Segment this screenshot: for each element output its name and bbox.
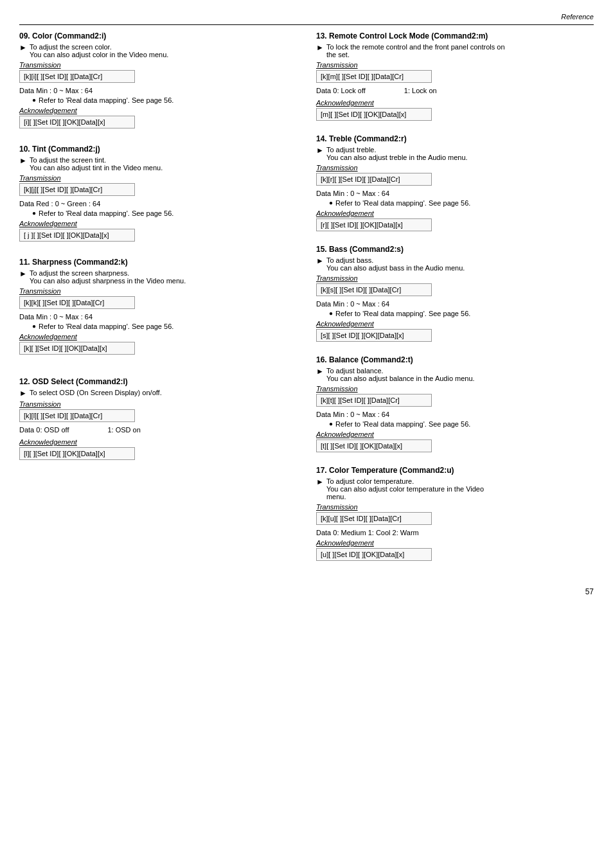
section-16-title: 16. Balance (Command2:t) — [316, 355, 594, 364]
ack-code-14: [r][ ][Set ID][ ][OK][Data][x] — [316, 218, 432, 231]
section-15-desc: ► To adjust bass. You can also adjust ba… — [316, 256, 594, 272]
data-row-17: Data 0: Medium 1: Cool 2: Warm — [316, 529, 594, 536]
ack-code-09: [i][ ][Set ID][ ][OK][Data][x] — [19, 116, 135, 128]
section-15-title: 15. Bass (Command2:s) — [316, 245, 594, 254]
ack-code-11: [k][ ][Set ID][ ][OK][Data][x] — [19, 342, 135, 355]
section-13-title: 13. Remote Control Lock Mode (Command2:m… — [316, 31, 594, 40]
section-14-desc: ► To adjust treble. You can also adjust … — [316, 146, 594, 161]
transmission-label-17: Transmission — [316, 503, 594, 511]
section-17: 17. Color Temperature (Command2:u) ► To … — [316, 466, 594, 563]
transmission-code-16: [k][t][ ][Set ID][ ][Data][Cr] — [316, 394, 432, 407]
page-number: 57 — [19, 587, 594, 596]
data-row-16: Data Min : 0 ~ Max : 64 — [316, 411, 594, 418]
ack-label-12: Acknowledgement — [19, 438, 297, 446]
right-column: 13. Remote Control Lock Mode (Command2:m… — [316, 31, 594, 574]
transmission-code-09: [k][i][ ][Set ID][ ][Data][Cr] — [19, 70, 135, 83]
section-14: 14. Treble (Command2:r) ► To adjust treb… — [316, 134, 594, 233]
arrow-icon: ► — [19, 269, 27, 278]
bullet-14: Refer to 'Real data mapping'. See page 5… — [329, 199, 594, 207]
ack-code-17: [u][ ][Set ID][ ][OK][Data][x] — [316, 548, 432, 561]
arrow-icon: ► — [316, 146, 324, 155]
arrow-icon: ► — [316, 43, 324, 52]
ack-label-15: Acknowledgement — [316, 320, 594, 328]
arrow-icon: ► — [316, 477, 324, 486]
data-row-12-0: Data 0: OSD off — [19, 426, 69, 434]
ack-label-10: Acknowledgement — [19, 220, 297, 227]
section-11: 11. Sharpness (Command2:k) ► To adjust t… — [19, 258, 297, 357]
ack-code-15: [s][ ][Set ID][ ][OK][Data][x] — [316, 329, 432, 342]
transmission-label-10: Transmission — [19, 174, 297, 182]
transmission-code-17: [k][u][ ][Set ID][ ][Data][Cr] — [316, 512, 432, 525]
transmission-label-11: Transmission — [19, 287, 297, 295]
bullet-11: Refer to 'Real data mapping'. See page 5… — [32, 323, 297, 330]
transmission-code-13: [k][m][ ][Set ID][ ][Data][Cr] — [316, 70, 432, 83]
arrow-icon: ► — [316, 367, 324, 376]
section-10: 10. Tint (Command2:j) ► To adjust the sc… — [19, 145, 297, 244]
section-13-desc: ► To lock the remote control and the fro… — [316, 43, 594, 58]
data-row-09: Data Min : 0 ~ Max : 64 — [19, 87, 297, 94]
data-row-13-1: 1: Lock on — [404, 87, 437, 94]
arrow-icon: ► — [19, 389, 27, 398]
transmission-label-12: Transmission — [19, 400, 297, 408]
ack-label-11: Acknowledgement — [19, 333, 297, 341]
section-10-title: 10. Tint (Command2:j) — [19, 145, 297, 154]
section-09: 09. Color (Command2:i) ► To adjust the s… — [19, 31, 297, 130]
section-13: 13. Remote Control Lock Mode (Command2:m… — [316, 31, 594, 123]
transmission-code-10: [k][j][ ][Set ID][ ][Data][Cr] — [19, 183, 135, 196]
ack-label-14: Acknowledgement — [316, 209, 594, 217]
data-row-14: Data Min : 0 ~ Max : 64 — [316, 190, 594, 197]
section-16: 16. Balance (Command2:t) ► To adjust bal… — [316, 355, 594, 454]
section-14-title: 14. Treble (Command2:r) — [316, 134, 594, 143]
transmission-label-14: Transmission — [316, 164, 594, 172]
data-row-15: Data Min : 0 ~ Max : 64 — [316, 300, 594, 308]
arrow-icon: ► — [19, 156, 27, 165]
section-11-desc: ► To adjust the screen sharpness. You ca… — [19, 269, 297, 285]
arrow-icon: ► — [19, 43, 27, 52]
data-row-13-0: Data 0: Lock off — [316, 87, 366, 94]
data-row-11: Data Min : 0 ~ Max : 64 — [19, 313, 297, 321]
transmission-label-16: Transmission — [316, 385, 594, 393]
section-10-desc: ► To adjust the screen tint. You can als… — [19, 156, 297, 172]
transmission-label-13: Transmission — [316, 61, 594, 69]
section-15: 15. Bass (Command2:s) ► To adjust bass. … — [316, 245, 594, 344]
left-column: 09. Color (Command2:i) ► To adjust the s… — [19, 31, 297, 574]
section-16-desc: ► To adjust balance. You can also adjust… — [316, 367, 594, 382]
data-row-12-1: 1: OSD on — [107, 426, 140, 434]
transmission-code-12: [k][l][ ][Set ID][ ][Data][Cr] — [19, 409, 135, 422]
ack-label-13: Acknowledgement — [316, 99, 594, 107]
data-row-10: Data Red : 0 ~ Green : 64 — [19, 200, 297, 208]
transmission-label-09: Transmission — [19, 61, 297, 69]
section-09-title: 09. Color (Command2:i) — [19, 31, 297, 40]
bullet-10: Refer to 'Real data mapping'. See page 5… — [32, 209, 297, 217]
bullet-15: Refer to 'Real data mapping'. See page 5… — [329, 310, 594, 317]
ack-label-17: Acknowledgement — [316, 539, 594, 547]
section-09-desc: ► To adjust the screen color. You can al… — [19, 43, 297, 58]
ack-label-09: Acknowledgement — [19, 107, 297, 114]
section-12: 12. OSD Select (Command2:l) ► To select … — [19, 377, 297, 462]
section-17-desc: ► To adjust color temperature. You can a… — [316, 477, 594, 500]
transmission-code-11: [k][k][ ][Set ID][ ][Data][Cr] — [19, 296, 135, 309]
bullet-16: Refer to 'Real data mapping'. See page 5… — [329, 420, 594, 428]
section-12-title: 12. OSD Select (Command2:l) — [19, 377, 297, 386]
arrow-icon: ► — [316, 256, 324, 265]
section-11-title: 11. Sharpness (Command2:k) — [19, 258, 297, 267]
ack-code-10: [ j ][ ][Set ID][ ][OK][Data][x] — [19, 229, 135, 242]
ack-label-16: Acknowledgement — [316, 430, 594, 438]
transmission-code-14: [k][r][ ][Set ID][ ][Data][Cr] — [316, 173, 432, 186]
ack-code-12: [l][ ][Set ID][ ][OK][Data][x] — [19, 447, 135, 460]
section-12-desc: ► To select OSD (On Screen Display) on/o… — [19, 389, 297, 398]
ack-code-16: [t][ ][Set ID][ ][OK][Data][x] — [316, 439, 432, 452]
ack-code-13: [m][ ][Set ID][ ][OK][Data][x] — [316, 108, 432, 121]
bullet-09: Refer to 'Real data mapping'. See page 5… — [32, 96, 297, 104]
page-header: Reference — [19, 13, 594, 25]
transmission-code-15: [k][s][ ][Set ID][ ][Data][Cr] — [316, 283, 432, 296]
section-17-title: 17. Color Temperature (Command2:u) — [316, 466, 594, 475]
transmission-label-15: Transmission — [316, 274, 594, 282]
